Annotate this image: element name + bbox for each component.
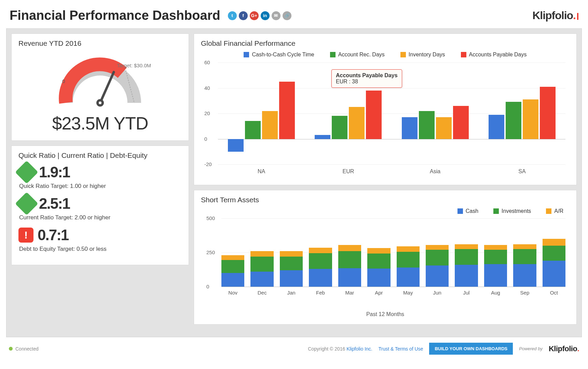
bar-segment[interactable] <box>397 268 420 287</box>
stack[interactable]: May <box>397 246 420 287</box>
bar-segment[interactable] <box>367 269 390 287</box>
bar-segment[interactable] <box>513 244 536 249</box>
stack[interactable]: Dec <box>250 251 273 287</box>
month-label: Sep <box>513 290 536 296</box>
ratio-row: 2.5:1 <box>18 195 182 212</box>
legend-item[interactable]: Account Rec. Days <box>330 52 385 58</box>
bar-segment[interactable] <box>250 251 273 257</box>
svg-point-3 <box>99 101 101 104</box>
bar-segment[interactable] <box>309 253 332 269</box>
bar[interactable] <box>506 102 521 139</box>
bar-segment[interactable] <box>221 260 244 273</box>
legend-label: A/R <box>554 208 563 214</box>
legend-item[interactable]: Investments <box>493 208 531 214</box>
alert-icon: ! <box>18 228 33 243</box>
bar-segment[interactable] <box>543 261 565 287</box>
bar-segment[interactable] <box>280 270 303 287</box>
link-icon[interactable]: 🔗 <box>283 11 291 20</box>
terms-link[interactable]: Trust & Terms of Use <box>379 346 423 352</box>
month-label: May <box>397 290 420 296</box>
bar-segment[interactable] <box>543 246 565 261</box>
legend-item[interactable]: Cash <box>457 208 478 214</box>
bar[interactable] <box>332 116 347 139</box>
legend-item[interactable]: Inventory Days <box>400 52 445 58</box>
stack[interactable]: Feb <box>309 248 332 287</box>
month-label: Oct <box>543 290 565 296</box>
bar-segment[interactable] <box>280 251 303 257</box>
bar[interactable] <box>453 106 469 139</box>
bar[interactable] <box>419 111 435 139</box>
legend-swatch-icon <box>457 208 463 214</box>
bar-segment[interactable] <box>309 248 332 253</box>
bar[interactable] <box>489 115 504 139</box>
y-tick: 500 <box>206 215 215 221</box>
category-label: SA <box>479 168 565 175</box>
bar[interactable] <box>349 107 365 139</box>
bar[interactable] <box>228 139 244 152</box>
stack[interactable]: Aug <box>484 245 507 287</box>
bar-segment[interactable] <box>426 245 449 250</box>
bar-segment[interactable] <box>367 254 390 269</box>
twitter-icon[interactable]: t <box>228 11 237 20</box>
bar-segment[interactable] <box>338 251 361 268</box>
ratio-target: Quick Ratio Target: 1.00 or higher <box>19 183 182 190</box>
bar-segment[interactable] <box>426 265 449 287</box>
bar-segment[interactable] <box>221 273 244 287</box>
bar[interactable] <box>262 111 278 139</box>
googleplus-icon[interactable]: G+ <box>250 11 259 20</box>
stack[interactable]: Sep <box>513 244 536 287</box>
bar-segment[interactable] <box>367 248 390 254</box>
bar-segment[interactable] <box>455 249 478 265</box>
bar-segment[interactable] <box>484 250 507 264</box>
legend-item[interactable]: A/R <box>546 208 563 214</box>
legend-swatch-icon <box>493 208 499 214</box>
facebook-icon[interactable]: f <box>239 11 248 20</box>
stack[interactable]: Oct <box>543 239 565 287</box>
stack[interactable]: Jul <box>455 244 478 287</box>
bar-segment[interactable] <box>455 244 478 249</box>
bar[interactable] <box>402 117 418 139</box>
bar-segment[interactable] <box>397 252 420 268</box>
short-term-title: Short Term Assets <box>201 196 570 204</box>
bar-segment[interactable] <box>484 264 507 287</box>
bar[interactable] <box>315 135 330 139</box>
bar[interactable] <box>245 121 261 139</box>
bar[interactable] <box>523 99 538 139</box>
footer-logo: Klipfolio. <box>549 344 579 353</box>
bar[interactable] <box>279 82 295 139</box>
bar-segment[interactable] <box>221 255 244 260</box>
stack[interactable]: Mar <box>338 245 361 287</box>
email-icon[interactable]: ✉ <box>272 11 281 20</box>
revenue-title: Revenue YTD 2016 <box>18 39 182 47</box>
bar[interactable] <box>436 117 452 139</box>
bar-segment[interactable] <box>397 246 420 252</box>
bar[interactable] <box>540 87 556 139</box>
bar-segment[interactable] <box>338 268 361 287</box>
global-perf-chart[interactable]: Cash-to-Cash Cycle TimeAccount Rec. Days… <box>201 52 570 178</box>
bar-segment[interactable] <box>455 265 478 287</box>
build-dashboards-button[interactable]: BUILD YOUR OWN DASHBOARDS <box>429 343 513 355</box>
legend-swatch-icon <box>546 208 551 214</box>
legend-item[interactable]: Accounts Payable Days <box>461 52 527 58</box>
y-tick: -20 <box>204 161 212 167</box>
bar-segment[interactable] <box>250 272 273 287</box>
stack[interactable]: Apr <box>367 248 390 287</box>
bar-segment[interactable] <box>513 249 536 264</box>
bar-segment[interactable] <box>250 257 273 272</box>
bar-segment[interactable] <box>426 250 449 265</box>
bar-segment[interactable] <box>484 245 507 250</box>
bar-segment[interactable] <box>543 239 565 246</box>
bar-segment[interactable] <box>309 269 332 287</box>
stack[interactable]: Nov <box>221 255 244 287</box>
legend-item[interactable]: Cash-to-Cash Cycle Time <box>244 52 314 58</box>
bar-segment[interactable] <box>513 264 536 287</box>
linkedin-icon[interactable]: in <box>261 11 270 20</box>
company-link[interactable]: Klipfolio Inc. <box>346 346 372 352</box>
short-term-chart[interactable]: CashInvestmentsA/R 0250500NovDecJanFebMa… <box>201 208 570 317</box>
bar[interactable] <box>366 91 382 139</box>
bar-segment[interactable] <box>280 257 303 270</box>
bar-segment[interactable] <box>338 245 361 251</box>
stack[interactable]: Jan <box>280 251 303 287</box>
legend-swatch-icon <box>330 52 336 57</box>
stack[interactable]: Jun <box>426 245 449 287</box>
